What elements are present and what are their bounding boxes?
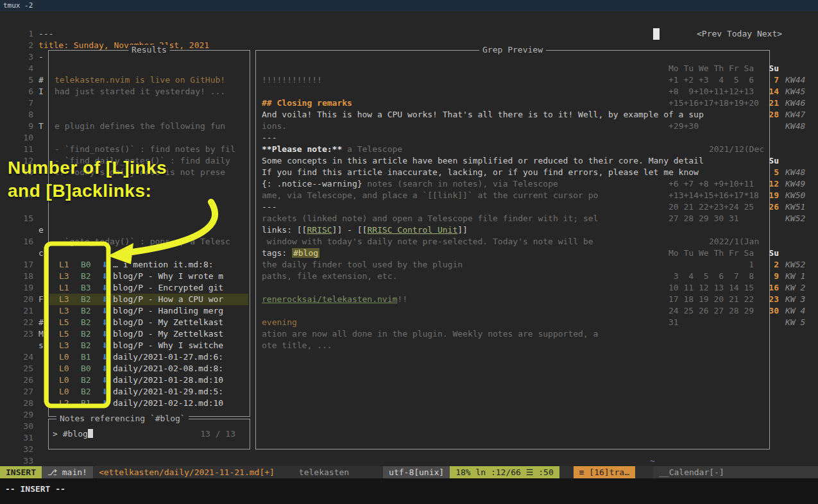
preview-line-dim: the daily finder tool used by the plugin xyxy=(262,259,463,271)
buffer-text: F xyxy=(38,294,44,305)
result-label: daily/2021-01-29.md:5: xyxy=(113,386,246,398)
calendar-week-number: KW48 xyxy=(785,167,805,178)
line-number: 25 xyxy=(14,363,33,374)
statusline: INSERT ⎇ main! <ettelkasten/daily/2021-1… xyxy=(0,466,818,478)
line-number xyxy=(14,178,33,190)
backlinks-count: B2 xyxy=(81,317,91,328)
backlinks-count: B2 xyxy=(81,386,91,398)
down-arrow-icon: ⬇ xyxy=(101,282,108,294)
result-label: blog/P - Why I wrote m xyxy=(113,271,246,282)
prompt-input[interactable]: > #blog xyxy=(53,428,93,440)
preview-rule: --- xyxy=(262,132,277,144)
down-arrow-icon: ⬇ xyxy=(101,340,108,351)
preview-line-dim: ation are now all done in the plugin. We… xyxy=(262,328,598,340)
backlinks-count: B2 xyxy=(81,374,91,386)
buffer-text: e xyxy=(38,224,44,236)
result-item[interactable]: L3B2⬇blog/P - Handling merg xyxy=(49,305,248,317)
down-arrow-icon: ⬇ xyxy=(101,317,108,328)
line-number: 9 xyxy=(14,121,33,132)
links-count: L0 xyxy=(59,374,69,386)
result-item[interactable]: L0B2⬇daily/2021-01-29.md:5: xyxy=(49,386,248,398)
calendar-week-number: KW51 xyxy=(785,201,805,213)
mode-indicator: INSERT xyxy=(0,466,42,478)
result-item[interactable]: L0B0⬇daily/2021-02-08.md:8: xyxy=(49,363,248,374)
tilde-marker: ~ xyxy=(650,455,655,467)
buffer-text: --- xyxy=(38,28,53,40)
line-number: 4 xyxy=(14,63,33,74)
result-label: daily/2021-02-12.md:10 xyxy=(113,398,246,409)
preview-line: And voila! This is how a CPU works! That… xyxy=(262,109,704,121)
calendar-prev-button[interactable]: <Prev xyxy=(697,29,722,38)
result-label: daily/2021-01-28.md:10 xyxy=(113,374,246,386)
result-item[interactable]: L5B2⬇blog/D - My Zettelkast xyxy=(49,328,248,340)
wiki-link[interactable]: RRISC Control Unit xyxy=(367,225,457,235)
line-number: 5 xyxy=(14,74,33,86)
buffer-text: # xyxy=(38,317,44,328)
git-branch: ⎇ main! xyxy=(42,466,93,478)
down-arrow-icon: ⬇ xyxy=(101,351,108,363)
grep-preview-title: Grep Preview xyxy=(479,45,546,55)
wiki-link[interactable]: RRISC xyxy=(307,225,332,235)
calendar-next-button[interactable]: Next> xyxy=(757,29,782,38)
line-number: 21 xyxy=(14,305,33,317)
line-number: 2 xyxy=(14,40,33,51)
result-item[interactable]: L3B2⬇blog/P - Why I wrote m xyxy=(49,271,248,282)
line-number: 24 xyxy=(14,351,33,363)
preview-line-dim: ame, via Telescope, and place a `[[link]… xyxy=(262,190,598,201)
calendar-cursor-block xyxy=(653,28,660,40)
buffer-text: I xyxy=(38,86,49,97)
text-cursor xyxy=(88,429,93,438)
line-number xyxy=(14,224,33,236)
position-indicator: 18% ln :12/66 ☰ :50 xyxy=(450,466,559,478)
result-item[interactable]: L5B2⬇blog/D - My Zettelkast xyxy=(49,317,248,328)
buffer-text: M xyxy=(38,328,44,340)
preview-text: {: .notice--warning} xyxy=(262,179,362,189)
links-count: L5 xyxy=(59,317,69,328)
preview-line: If you find this article inaccurate, lac… xyxy=(262,167,699,178)
result-item[interactable]: L1B3⬇blog/P - Encrypted git xyxy=(49,282,248,294)
trailing-whitespace-warning: ≡ [16]tra… xyxy=(574,466,635,478)
repo-link[interactable]: renerocksai/telekasten.nvim xyxy=(262,294,397,304)
result-label: … i mention it.md:8: xyxy=(113,259,246,271)
line-number: 18 xyxy=(14,271,33,282)
line-number: 10 xyxy=(14,132,33,144)
line-number: 13 xyxy=(14,167,33,178)
links-count: L3 xyxy=(59,305,69,317)
result-item[interactable]: L2B1⬇daily/2021-02-12.md:10 xyxy=(49,398,248,409)
line-number: 30 xyxy=(14,421,33,432)
links-count: L0 xyxy=(59,386,69,398)
calendar-week-number: KW46 xyxy=(785,97,805,109)
prompt-counter: 13 / 13 xyxy=(200,428,235,440)
preview-bold-text: **Please note:** xyxy=(262,144,342,154)
buffer-text: s xyxy=(38,340,44,351)
prompt-query: #blog xyxy=(63,429,88,439)
result-item[interactable]: L0B2⬇daily/2021-01-28.md:10 xyxy=(49,374,248,386)
line-number: 1 xyxy=(14,28,33,40)
links-count: L2 xyxy=(59,398,69,409)
line-number: 15 xyxy=(14,213,33,224)
result-item-selected[interactable]: L3B2⬇blog/P - How a CPU wor xyxy=(49,294,248,305)
preview-line: !!!!!!!!!!!! xyxy=(262,74,322,86)
calendar-today-button[interactable]: Today xyxy=(727,29,752,38)
preview-text: links: [[ xyxy=(262,225,307,235)
result-label: blog/P - Why I switche xyxy=(113,340,246,351)
result-item[interactable]: L0B1⬇daily/2021-01-27.md:6: xyxy=(49,351,248,363)
backlinks-count: B3 xyxy=(81,282,91,294)
line-number: 31 xyxy=(14,432,33,444)
down-arrow-icon: ⬇ xyxy=(101,259,108,271)
preview-rule: --- xyxy=(262,201,277,213)
preview-text: ]] xyxy=(457,225,468,235)
calendar-week-number: KW 3 xyxy=(785,294,805,305)
links-count: L3 xyxy=(59,294,69,305)
backlinks-count: B2 xyxy=(81,340,91,351)
line-number: 29 xyxy=(14,409,33,421)
preview-dim-text: !! xyxy=(397,294,407,304)
result-item[interactable]: L3B2⬇blog/P - Why I switche xyxy=(49,340,248,351)
calendar-statusline: __Calendar[-] xyxy=(653,466,818,478)
command-line-area: -- INSERT -- xyxy=(0,478,818,504)
calendar-week-number: KW50 xyxy=(785,190,805,201)
result-item[interactable]: L1B0⬇… i mention it.md:8: xyxy=(49,259,248,271)
line-number: 6 xyxy=(14,86,33,97)
line-number: 12 xyxy=(14,155,33,167)
line-number: 23 xyxy=(14,328,33,340)
